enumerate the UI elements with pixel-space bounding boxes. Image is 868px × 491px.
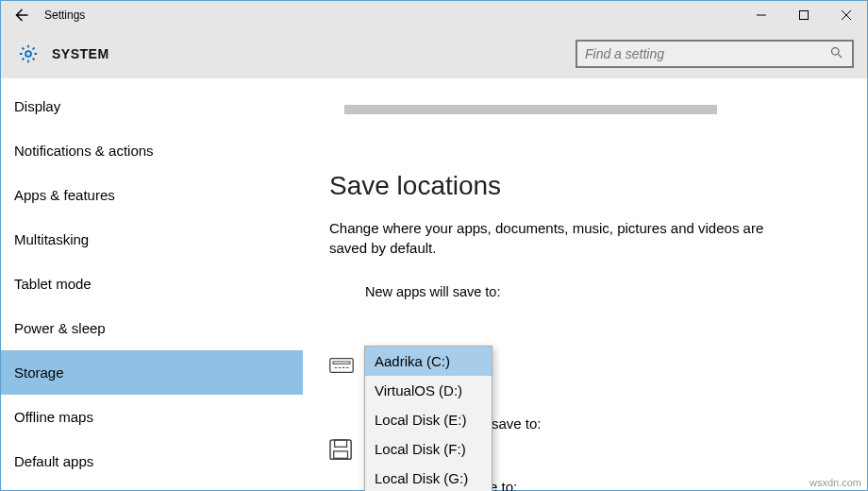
sidebar-item-apps-features[interactable]: Apps & features (1, 173, 303, 217)
apps-drive-dropdown[interactable]: Aadrika (C:) VirtualOS (D:) Local Disk (… (364, 346, 492, 491)
dropdown-option[interactable]: Aadrika (C:) (365, 347, 492, 376)
dropdown-option-label: Local Disk (G:) (375, 470, 468, 486)
dropdown-option-label: Local Disk (E:) (375, 412, 467, 428)
window-title: Settings (44, 8, 85, 22)
dropdown-option-label: VirtualOS (D:) (375, 382, 462, 398)
dropdown-option[interactable]: Local Disk (F:) (365, 434, 492, 464)
maximize-button[interactable] (782, 1, 825, 29)
close-button[interactable] (825, 1, 867, 29)
sidebar-item-label: Storage (14, 364, 64, 381)
watermark: wsxdn.com (810, 477, 861, 488)
row-music-label-partial: e to: (490, 479, 517, 491)
sidebar-item-label: Power & sleep (14, 320, 106, 336)
storage-usage-bar (344, 105, 717, 114)
arrow-left-icon (12, 7, 29, 24)
sidebar-item-default-apps[interactable]: Default apps (1, 439, 303, 483)
search-icon (829, 45, 844, 63)
dropdown-option-label: Aadrika (C:) (375, 353, 450, 369)
svg-point-3 (25, 51, 31, 57)
sidebar-item-power-sleep[interactable]: Power & sleep (1, 306, 303, 350)
sidebar-item-notifications[interactable]: Notifications & actions (1, 128, 303, 173)
header: SYSTEM (1, 29, 867, 78)
titlebar: Settings (1, 1, 867, 29)
dropdown-option[interactable]: Local Disk (E:) (365, 405, 492, 434)
svg-line-5 (838, 54, 842, 58)
sidebar-item-label: Display (14, 98, 60, 114)
body: Display Notifications & actions Apps & f… (1, 78, 867, 490)
page-category: SYSTEM (52, 46, 109, 61)
sidebar-item-offline-maps[interactable]: Offline maps (1, 395, 303, 439)
svg-rect-13 (335, 440, 347, 447)
sidebar-item-label: Default apps (14, 453, 93, 469)
minimize-icon (757, 10, 766, 20)
minimize-button[interactable] (740, 1, 782, 29)
settings-icon (14, 43, 42, 64)
row-apps-label: New apps will save to: (365, 284, 841, 299)
storage-usage-text: 16.1 MB used out of 3.72 GB (344, 78, 526, 81)
sidebar-item-storage[interactable]: Storage (1, 350, 303, 395)
search-box[interactable] (576, 40, 854, 68)
svg-point-4 (832, 47, 840, 55)
section-heading: Save locations (329, 171, 841, 201)
dropdown-option[interactable]: VirtualOS (D:) (365, 376, 492, 405)
sidebar-item-multitasking[interactable]: Multitasking (1, 217, 303, 262)
window-controls (740, 1, 867, 29)
maximize-icon (799, 10, 809, 20)
sidebar-item-label: Multitasking (14, 231, 89, 247)
sidebar-item-label: Apps & features (14, 187, 115, 203)
dropdown-option-label: Local Disk (F:) (375, 441, 466, 457)
sidebar-item-label: Offline maps (14, 409, 93, 425)
sidebar-item-label: Tablet mode (14, 276, 92, 292)
sidebar-item-display[interactable]: Display (1, 84, 303, 128)
apps-icon (329, 355, 354, 380)
documents-icon (329, 439, 354, 466)
search-container (576, 40, 854, 68)
settings-window: Settings SYSTEM (0, 0, 868, 491)
search-input[interactable] (585, 46, 829, 61)
svg-rect-14 (334, 451, 348, 458)
svg-rect-6 (330, 359, 353, 373)
close-icon (842, 10, 851, 20)
section-description: Change where your apps, documents, music… (329, 218, 801, 258)
gear-icon (18, 43, 39, 64)
sidebar-item-tablet-mode[interactable]: Tablet mode (1, 262, 303, 306)
sidebar: Display Notifications & actions Apps & f… (1, 78, 303, 490)
svg-rect-7 (333, 362, 350, 364)
dropdown-option[interactable]: Local Disk (G:) (365, 464, 492, 491)
back-button[interactable] (1, 1, 41, 29)
sidebar-item-label: Notifications & actions (14, 143, 154, 159)
